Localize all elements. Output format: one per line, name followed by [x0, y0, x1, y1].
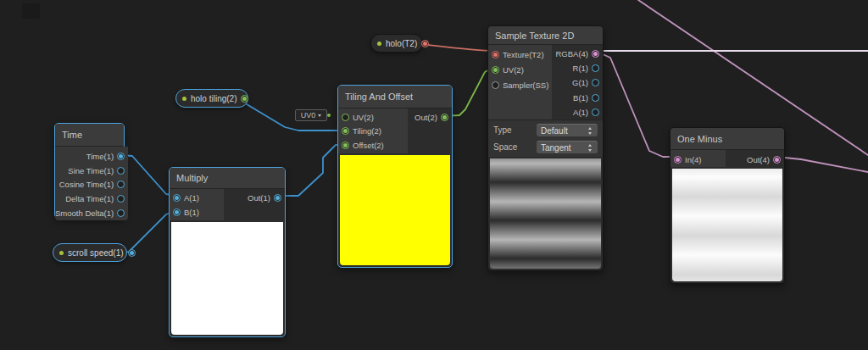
port-label: Cosine Time(1)	[59, 180, 114, 189]
uv-default-dot	[327, 114, 331, 117]
port-sampler-in[interactable]	[492, 81, 499, 89]
port-smooth-delta-out[interactable]	[117, 209, 125, 217]
port-row-texture: Texture(T2)	[488, 47, 552, 62]
node-title: Tiling And Offset	[338, 86, 452, 108]
port-label: Sampler(SS)	[503, 81, 548, 90]
port-row-r: R(1)	[573, 61, 603, 75]
one-minus-preview	[672, 169, 782, 281]
port-texture-in[interactable]	[492, 51, 499, 58]
port-rgba-out[interactable]	[592, 50, 599, 58]
port-row-tiling: Tiling(2)	[338, 125, 408, 139]
port-row-offset: Offset(2)	[338, 138, 408, 153]
property-label: scroll speed(1)	[68, 248, 124, 258]
node-title: Time	[55, 124, 124, 147]
setting-label: Space	[493, 142, 517, 152]
wire-multiply-out-to-offset[interactable]	[277, 145, 345, 196]
property-pill-scroll-speed[interactable]: scroll speed(1)	[53, 243, 127, 262]
port-out[interactable]	[773, 156, 781, 164]
port-label: In(4)	[685, 155, 702, 164]
port-row-delta-time: Delta Time(1)	[65, 192, 128, 206]
dropdown-arrows-icon	[587, 127, 593, 135]
property-dot-icon	[59, 251, 64, 255]
port-uv-in[interactable]	[492, 66, 499, 74]
port-b-in[interactable]	[173, 208, 181, 216]
node-sample-texture-2d[interactable]: Sample Texture 2D Texture(T2) UV(2) Samp…	[487, 25, 604, 271]
node-tiling-and-offset[interactable]: Tiling And Offset UV(2) Tiling(2) Offset…	[337, 85, 453, 268]
port-label: A(1)	[573, 108, 588, 117]
port-label: UV(2)	[353, 113, 374, 122]
port-row-sine-time: Sine Time(1)	[68, 164, 128, 178]
node-title: Sample Texture 2D	[488, 26, 603, 45]
shader-graph-canvas[interactable]: Time Time(1) Sine Time(1) Cosine Time(1)…	[0, 0, 868, 350]
port-a-in[interactable]	[173, 194, 181, 202]
port-label: Time(1)	[86, 152, 114, 161]
port-uv-in[interactable]	[342, 114, 349, 121]
property-dot-icon	[377, 42, 381, 46]
port-a-out[interactable]	[592, 108, 599, 116]
property-pill-holo[interactable]: holo(T2)	[370, 34, 423, 53]
port-label: Out(4)	[747, 155, 770, 164]
property-pill-holo-tiling[interactable]: holo tiling(2)	[175, 89, 248, 108]
port-label: Texture(T2)	[503, 50, 544, 59]
port-in[interactable]	[674, 156, 682, 164]
uv-channel-dropdown[interactable]: UV0	[295, 109, 327, 121]
type-dropdown-value: Default	[541, 126, 568, 136]
node-time[interactable]: Time Time(1) Sine Time(1) Cosine Time(1)…	[54, 123, 125, 219]
port-row-smooth-delta: Smooth Delta(1)	[55, 206, 128, 220]
node-title: Multiply	[170, 168, 285, 189]
node-title-label: Sample Texture 2D	[495, 31, 574, 41]
sample-texture-settings: Type Default Space Tangent	[488, 119, 603, 157]
port-cosine-time-out[interactable]	[117, 181, 125, 188]
port-label: Sine Time(1)	[68, 166, 114, 175]
port-row-in: In(4)	[670, 152, 726, 167]
port-out[interactable]	[274, 194, 281, 202]
port-row-out: Out(4)	[747, 152, 784, 167]
port-row-g: G(1)	[572, 75, 603, 90]
port-tiling-in[interactable]	[342, 127, 349, 135]
port-g-out[interactable]	[592, 79, 599, 86]
port-label: Tiling(2)	[353, 126, 381, 136]
node-one-minus[interactable]: One Minus In(4) Out(4)	[670, 127, 785, 284]
port-label: Offset(2)	[353, 141, 384, 150]
port-row-out: Out(1)	[248, 191, 285, 205]
wire-rgba-to-oneminus-in[interactable]	[595, 51, 677, 157]
port-row-time: Time(1)	[86, 149, 128, 164]
space-dropdown-value: Tangent	[541, 143, 571, 153]
port-label: RGBA(4)	[555, 49, 588, 58]
port-sine-time-out[interactable]	[117, 167, 125, 175]
node-title-label: Time	[62, 130, 82, 140]
port-scroll-speed-out[interactable]	[128, 249, 136, 257]
port-r-out[interactable]	[592, 64, 599, 72]
port-delta-time-out[interactable]	[117, 195, 125, 203]
port-holo-tiling-out[interactable]	[241, 95, 248, 103]
port-label: G(1)	[572, 78, 588, 87]
port-holo-out[interactable]	[421, 40, 429, 47]
port-row-b: B(1)	[573, 91, 603, 105]
node-multiply[interactable]: Multiply A(1) B(1) Out(1)	[169, 167, 286, 337]
type-dropdown[interactable]: Default	[537, 124, 598, 136]
multiply-preview	[171, 222, 283, 335]
node-title-label: Multiply	[176, 173, 208, 183]
port-label: Delta Time(1)	[65, 194, 114, 203]
property-dot-icon	[182, 97, 186, 101]
sample-texture-preview	[490, 158, 601, 269]
port-row-rgba: RGBA(4)	[555, 47, 603, 61]
port-label: B(1)	[184, 208, 199, 217]
port-offset-in[interactable]	[342, 142, 349, 149]
uv-channel-value: UV0	[301, 111, 316, 119]
port-b-out[interactable]	[592, 94, 599, 102]
port-out[interactable]	[441, 114, 448, 121]
node-title-label: Tiling And Offset	[345, 92, 413, 102]
port-label: Out(1)	[248, 193, 270, 203]
port-row-uv: UV(2)	[488, 62, 552, 77]
setting-row-space: Space Tangent	[493, 141, 598, 153]
space-dropdown[interactable]: Tangent	[537, 141, 598, 153]
dropdown-arrows-icon	[587, 144, 593, 152]
property-label: holo tiling(2)	[191, 94, 236, 103]
port-row-b: B(1)	[170, 205, 224, 219]
port-row-uv: UV(2)	[338, 110, 408, 125]
port-row-a: A(1)	[170, 191, 224, 205]
port-time-out[interactable]	[117, 153, 125, 160]
wire-oneminus-out-to-right-edge[interactable]	[776, 157, 868, 172]
port-row-out: Out(2)	[415, 110, 452, 125]
